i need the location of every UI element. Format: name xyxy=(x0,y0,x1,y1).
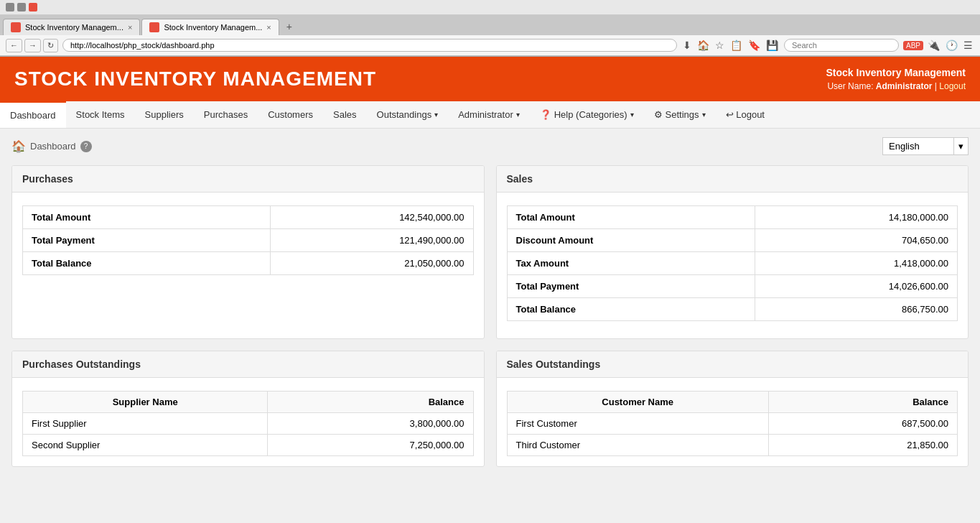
app-title: STOCK INVENTORY MANAGEMENT xyxy=(14,68,376,91)
toolbar-icons: ⬇ 🏠 ☆ 📋 🔖 💾 xyxy=(681,38,780,52)
nav-bar: Dashboard Stock Items Suppliers Purchase… xyxy=(0,101,980,129)
customer-row-1: First Customer 687,500.00 xyxy=(507,413,958,435)
nav-dashboard[interactable]: Dashboard xyxy=(0,101,66,128)
nav-settings[interactable]: ⚙ Settings ▾ xyxy=(644,102,716,127)
clock-icon: 🕐 xyxy=(944,38,959,52)
sales-outstandings-body: Customer Name Balance First Customer 687… xyxy=(497,378,969,466)
tab-close-2[interactable]: × xyxy=(266,23,271,32)
sales-label-1: Total Amount xyxy=(507,206,755,229)
purchases-card-body: Total Amount 142,540,000.00 Total Paymen… xyxy=(12,193,484,292)
reader-icon[interactable]: 📋 xyxy=(729,38,744,52)
customer-balance-col-header: Balance xyxy=(768,392,957,413)
sales-value-1: 14,180,000.00 xyxy=(755,206,957,229)
bookmark-icon[interactable]: 🔖 xyxy=(747,38,762,52)
url-bar[interactable] xyxy=(62,39,677,52)
window-controls xyxy=(6,3,37,11)
browser-chrome: Stock Inventory Managem... × Stock Inven… xyxy=(0,0,980,57)
purchases-outstandings-table: Supplier Name Balance First Supplier 3,8… xyxy=(22,391,474,456)
help-chevron-icon: ▾ xyxy=(630,111,634,119)
purchases-value-1: 142,540,000.00 xyxy=(271,206,473,229)
customer-balance-1: 687,500.00 xyxy=(768,413,957,435)
logout-nav-icon: ↩ xyxy=(726,109,734,120)
supplier-name-2: Second Supplier xyxy=(23,435,268,456)
logout-link[interactable]: Logout xyxy=(939,81,966,91)
purchases-card-header: Purchases xyxy=(12,166,484,193)
browser-tabs: Stock Inventory Managem... × Stock Inven… xyxy=(0,15,980,35)
supplier-name-col-header: Supplier Name xyxy=(23,392,268,413)
language-select[interactable]: English French Spanish xyxy=(882,137,954,155)
sales-row-3: Tax Amount 1,418,000.00 xyxy=(507,252,958,275)
purchases-outstandings-card: Purchases Outstandings Supplier Name Bal… xyxy=(11,351,485,467)
app-header-right: Stock Inventory Management User Name: Ad… xyxy=(826,67,966,91)
nav-administrator[interactable]: Administrator ▾ xyxy=(448,102,530,127)
sales-label-3: Tax Amount xyxy=(507,252,755,275)
sales-card-header: Sales xyxy=(497,166,969,193)
star-icon[interactable]: ☆ xyxy=(714,38,726,52)
help-icon: ❓ xyxy=(540,109,551,120)
purchases-row-1: Total Amount 142,540,000.00 xyxy=(23,206,474,229)
user-label: User Name: xyxy=(827,81,873,91)
tab-close-1[interactable]: × xyxy=(128,23,132,32)
customer-name-2: Third Customer xyxy=(507,435,768,456)
save-icon[interactable]: 💾 xyxy=(765,38,780,52)
sales-value-4: 14,026,600.00 xyxy=(755,275,957,298)
sales-row-1: Total Amount 14,180,000.00 xyxy=(507,206,958,229)
breadcrumb: 🏠 Dashboard ? xyxy=(11,139,92,153)
search-input[interactable] xyxy=(784,39,899,52)
supplier-balance-1: 3,800,000.00 xyxy=(268,413,473,435)
menu-icon[interactable]: ☰ xyxy=(962,38,974,52)
adblock-icon: ABP xyxy=(903,41,923,50)
sales-value-3: 1,418,000.00 xyxy=(755,252,957,275)
sales-outstandings-header-row: Customer Name Balance xyxy=(507,392,958,413)
content-area: 🏠 Dashboard ? English French Spanish ▾ P… xyxy=(0,129,980,476)
sales-row-2: Discount Amount 704,650.00 xyxy=(507,229,958,252)
breadcrumb-help-icon[interactable]: ? xyxy=(80,141,92,152)
sales-table: Total Amount 14,180,000.00 Discount Amou… xyxy=(507,205,958,321)
dashboard-grid: Purchases Total Amount 142,540,000.00 To… xyxy=(11,165,969,467)
nav-purchases[interactable]: Purchases xyxy=(194,102,258,127)
refresh-button[interactable]: ↻ xyxy=(43,39,58,52)
tab-label-2: Stock Inventory Managem... xyxy=(164,23,262,32)
download-icon: ⬇ xyxy=(681,38,693,52)
sales-label-2: Discount Amount xyxy=(507,229,755,252)
username: Administrator xyxy=(876,81,933,91)
forward-button[interactable]: → xyxy=(24,39,41,52)
back-button[interactable]: ← xyxy=(6,39,22,52)
language-selector[interactable]: English French Spanish ▾ xyxy=(882,137,969,155)
nav-stock-items[interactable]: Stock Items xyxy=(66,102,135,127)
browser-tab-1[interactable]: Stock Inventory Managem... × xyxy=(3,19,140,35)
sales-label-5: Total Balance xyxy=(507,298,755,321)
nav-sales[interactable]: Sales xyxy=(323,102,367,127)
nav-logout[interactable]: ↩ Logout xyxy=(716,102,775,127)
sales-card-body: Total Amount 14,180,000.00 Discount Amou… xyxy=(497,193,969,338)
purchases-outstandings-body: Supplier Name Balance First Supplier 3,8… xyxy=(12,378,484,466)
nav-suppliers[interactable]: Suppliers xyxy=(135,102,194,127)
sales-card: Sales Total Amount 14,180,000.00 Discoun… xyxy=(496,165,969,339)
nav-outstandings[interactable]: Outstandings ▾ xyxy=(367,102,449,127)
supplier-row-1: First Supplier 3,800,000.00 xyxy=(23,413,474,435)
tab-favicon-2 xyxy=(149,22,159,32)
ext-icon: 🔌 xyxy=(926,38,941,52)
browser-addressbar: ← → ↻ ⬇ 🏠 ☆ 📋 🔖 💾 ABP 🔌 🕐 ☰ xyxy=(0,35,980,56)
outstandings-chevron-icon: ▾ xyxy=(434,111,438,119)
home-breadcrumb-icon[interactable]: 🏠 xyxy=(11,139,26,153)
new-tab-button[interactable]: + xyxy=(281,18,298,35)
customer-balance-2: 21,850.00 xyxy=(768,435,957,456)
settings-icon: ⚙ xyxy=(654,109,663,120)
purchases-table: Total Amount 142,540,000.00 Total Paymen… xyxy=(22,205,474,275)
customer-name-1: First Customer xyxy=(507,413,768,435)
customer-row-2: Third Customer 21,850.00 xyxy=(507,435,958,456)
sales-outstandings-card: Sales Outstandings Customer Name Balance… xyxy=(496,351,969,467)
breadcrumb-text: Dashboard xyxy=(30,141,76,152)
home-icon[interactable]: 🏠 xyxy=(696,38,711,52)
nav-help[interactable]: ❓ Help (Categories) ▾ xyxy=(530,102,644,127)
sales-value-2: 704,650.00 xyxy=(755,229,957,252)
purchases-label-2: Total Payment xyxy=(23,229,271,252)
browser-tab-2[interactable]: Stock Inventory Managem... × xyxy=(141,19,279,35)
supplier-balance-2: 7,250,000.00 xyxy=(268,435,473,456)
sales-row-5: Total Balance 866,750.00 xyxy=(507,298,958,321)
nav-customers[interactable]: Customers xyxy=(258,102,323,127)
language-dropdown-button[interactable]: ▾ xyxy=(954,137,969,155)
purchases-value-3: 21,050,000.00 xyxy=(271,252,473,275)
app-header: STOCK INVENTORY MANAGEMENT Stock Invento… xyxy=(0,57,980,101)
